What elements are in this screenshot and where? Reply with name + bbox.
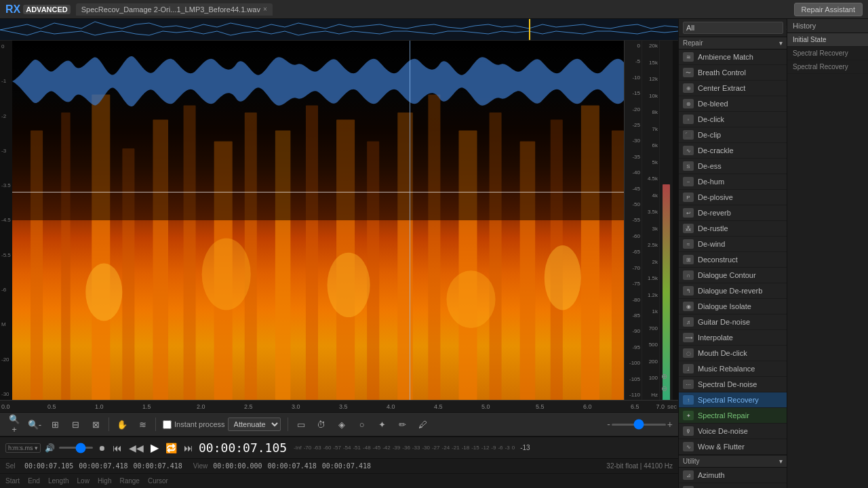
zoom-select-button[interactable]: ⊟ xyxy=(66,415,84,433)
freq-scale: 20k 15k 12k 10k 8k 7k 6k 5k 4.5k 4k 3.5k… xyxy=(642,41,659,400)
time-marker-45: 4.5 xyxy=(434,403,443,410)
pencil-button[interactable]: 🖊 xyxy=(414,415,432,433)
module-item-dialogue-de-reverb[interactable]: ↰ Dialogue De-reverb xyxy=(679,283,787,299)
module-item-azimuth[interactable]: ⊿ Azimuth xyxy=(679,468,787,483)
module-item-center-extract[interactable]: ⊕ Center Extract xyxy=(679,81,787,96)
module-item-mouth-de-click[interactable]: ◌ Mouth De-click xyxy=(679,346,787,361)
time-marker-7: 7.0 xyxy=(656,403,665,410)
time-marker-4: 4.0 xyxy=(387,403,395,410)
skip-button[interactable]: ⏭ xyxy=(182,441,195,455)
module-item-wow-flutter[interactable]: ∿ Wow & Flutter xyxy=(679,439,787,455)
zoom-in-freq-icon[interactable]: ⊕ xyxy=(661,372,667,381)
module-icon-spectral-de-noise: ⋯ xyxy=(683,380,694,389)
module-item-dialogue-contour[interactable]: ∩ Dialogue Contour xyxy=(679,268,787,283)
lasso-button[interactable]: ○ xyxy=(353,415,371,433)
time-marker-2: 2.0 xyxy=(197,403,205,410)
module-item-dither[interactable]: ⠿ Dither xyxy=(679,483,787,488)
record-enable-button[interactable]: ⏺ xyxy=(97,443,107,453)
magic-wand-button[interactable]: ✦ xyxy=(374,415,391,433)
module-item-de-bleed[interactable]: ⊗ De-bleed xyxy=(679,96,787,112)
zoom-in-button[interactable]: 🔍+ xyxy=(5,415,23,433)
module-filter-input[interactable] xyxy=(683,22,783,34)
zoom-out-freq-icon[interactable]: ⊖ xyxy=(661,384,667,393)
module-item-breath-control[interactable]: 〜 Breath Control xyxy=(679,65,787,81)
history-item-spectral-recovery-1[interactable]: Spectral Recovery xyxy=(787,47,868,60)
back-button[interactable]: ◀◀ xyxy=(127,441,145,455)
module-icon-dialogue-isolate: ◉ xyxy=(683,302,694,311)
history-item-spectral-recovery-2[interactable]: Spectral Recovery xyxy=(787,60,868,74)
sel-start-value: 00:00:07.105 xyxy=(24,462,73,470)
module-icon-spectral-recovery: ↑ xyxy=(683,395,694,405)
utility-section-header: Utility ▾ xyxy=(679,455,787,468)
module-icon-music-rebalance: ♩ xyxy=(683,364,694,373)
module-item-de-rustle[interactable]: ⁂ De-rustle xyxy=(679,221,787,237)
timecode-format[interactable]: h:m:s.ms ▾ xyxy=(5,443,41,453)
module-item-de-click[interactable]: ◦ De-click xyxy=(679,112,787,127)
zoom-out-button[interactable]: 🔍- xyxy=(26,415,43,433)
module-item-spectral-de-noise[interactable]: ⋯ Spectral De-noise xyxy=(679,377,787,392)
right-panel: ≡ Repair ▾ ≋ Ambience Match 〜 Breath Con… xyxy=(678,19,787,488)
utility-section-label: Utility xyxy=(683,458,699,465)
app-logo: RX ADVANCED xyxy=(5,3,71,16)
view-start-value: 00:00:00.000 xyxy=(213,462,262,470)
zoom-slider[interactable] xyxy=(612,424,666,426)
waveform-overview[interactable] xyxy=(0,19,678,41)
module-item-de-reverb[interactable]: ↩ De-reverb xyxy=(679,205,787,221)
module-item-voice-de-noise[interactable]: 🎙 Voice De-noise xyxy=(679,424,787,439)
module-item-guitar-de-noise[interactable]: ♬ Guitar De-noise xyxy=(679,314,787,330)
module-item-dialogue-isolate[interactable]: ◉ Dialogue Isolate xyxy=(679,299,787,314)
file-tab[interactable]: SpecRecov_Damage 2-Ori...1_LMP3_Before44… xyxy=(76,3,273,16)
hand-tool-button[interactable]: ✋ xyxy=(113,415,131,433)
module-icon-dialogue-contour: ∩ xyxy=(683,270,694,280)
module-item-de-ess[interactable]: S De-ess xyxy=(679,159,787,174)
zoom-minus-button[interactable]: - xyxy=(607,419,610,430)
history-item-initial[interactable]: Initial State xyxy=(787,33,868,47)
module-item-ambience-match[interactable]: ≋ Ambience Match xyxy=(679,49,787,65)
time-select-button[interactable]: ⏱ xyxy=(313,415,330,433)
module-icon-mouth-de-click: ◌ xyxy=(683,348,694,358)
module-item-de-clip[interactable]: ⬛ De-clip xyxy=(679,127,787,143)
module-icon-de-clip: ⬛ xyxy=(683,130,694,140)
repair-assistant-button[interactable]: Repair Assistant xyxy=(794,3,863,16)
instant-process-checkbox[interactable] xyxy=(163,420,172,429)
zoom-plus-button[interactable]: + xyxy=(667,419,673,430)
db-scale-left: 0 -1 -2 -3 -3.5 -4.5 -5.5 -6 M -20 -30 xyxy=(0,41,12,400)
select-tool-button[interactable]: ▭ xyxy=(292,415,310,433)
module-item-interpolate[interactable]: ⟿ Interpolate xyxy=(679,330,787,346)
level-meter-bar: ⊕ ⊖ xyxy=(659,41,673,400)
module-item-de-plosive[interactable]: P De-plosive xyxy=(679,190,787,205)
bottom-area: h:m:s.ms ▾ 🔊 ⏺ ⏮ ◀◀ ▶ 🔁 ⏭ xyxy=(0,436,678,488)
spectrogram[interactable] xyxy=(12,41,624,400)
freq-select-button[interactable]: ◈ xyxy=(333,415,351,433)
top-bar: RX ADVANCED SpecRecov_Damage 2-Ori...1_L… xyxy=(0,0,868,19)
main-layout: 0 -1 -2 -3 -3.5 -4.5 -5.5 -6 M -20 -30 xyxy=(0,19,868,488)
time-marker-1: 1.0 xyxy=(95,403,104,410)
zoom-out-full-button[interactable]: ⊠ xyxy=(87,415,104,433)
module-item-music-rebalance[interactable]: ♩ Music Rebalance xyxy=(679,361,787,377)
tab-close-icon[interactable]: × xyxy=(263,5,267,13)
svg-point-26 xyxy=(545,245,581,310)
toolbar-separator-3 xyxy=(288,418,288,431)
utility-section-expand-icon[interactable]: ▾ xyxy=(779,458,783,465)
loop-button[interactable]: 🔁 xyxy=(164,441,178,455)
instant-process-select[interactable]: Attenuate xyxy=(228,418,281,431)
module-item-de-crackle[interactable]: ∿ De-crackle xyxy=(679,143,787,159)
repair-section-expand-icon[interactable]: ▾ xyxy=(779,39,783,47)
toolbar: 🔍+ 🔍- ⊞ ⊟ ⊠ ✋ ≋ Instant process Attenuat… xyxy=(0,412,678,436)
module-item-de-wind[interactable]: ≈ De-wind xyxy=(679,237,787,252)
prev-button[interactable]: ⏮ xyxy=(111,441,123,455)
volume-slider[interactable] xyxy=(59,447,93,449)
module-icon-deconstruct: ⊞ xyxy=(683,255,694,264)
module-list: ≋ Ambience Match 〜 Breath Control ⊕ Cent… xyxy=(679,49,787,488)
toolbar-separator-1 xyxy=(108,418,109,431)
module-item-spectral-recovery[interactable]: ↑ Spectral Recovery xyxy=(679,392,787,408)
module-icon-interpolate: ⟿ xyxy=(683,333,694,342)
module-item-de-hum[interactable]: ~ De-hum xyxy=(679,174,787,190)
module-icon-voice-de-noise: 🎙 xyxy=(683,426,694,436)
zoom-fit-button[interactable]: ⊞ xyxy=(46,415,64,433)
paint-button[interactable]: ✏ xyxy=(394,415,412,433)
module-item-spectral-repair[interactable]: ✦ Spectral Repair xyxy=(679,408,787,424)
waveform-view-button[interactable]: ≋ xyxy=(134,415,151,433)
module-item-deconstruct[interactable]: ⊞ Deconstruct xyxy=(679,252,787,268)
play-button[interactable]: ▶ xyxy=(149,440,160,455)
